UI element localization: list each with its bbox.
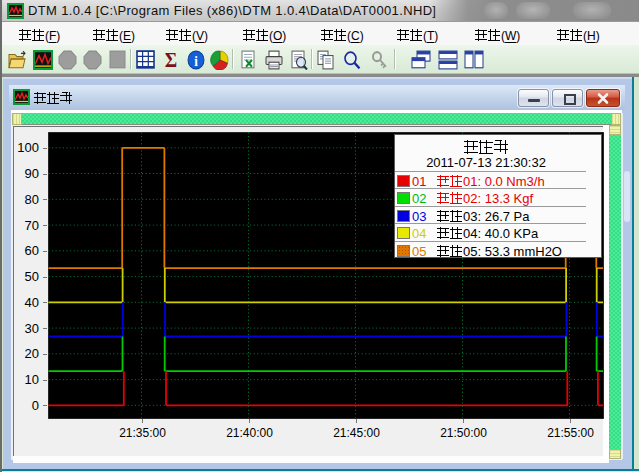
svg-text:Σ: Σ: [165, 50, 177, 70]
svg-text:i: i: [194, 53, 198, 69]
